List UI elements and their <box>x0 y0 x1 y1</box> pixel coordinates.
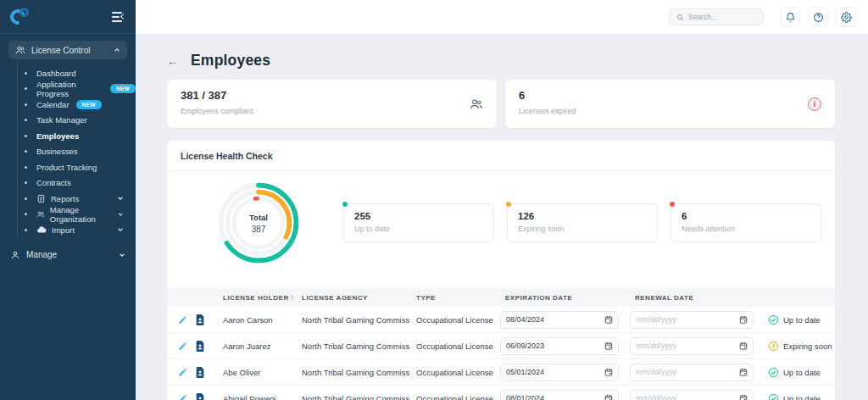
renewal-date-input[interactable] <box>636 368 712 376</box>
table-row: Aaron Carson North Tribal Gaming Commiss… <box>167 307 835 333</box>
license-holder-cell: Aaron Juarez <box>216 342 295 351</box>
sidebar-group-label: License Control <box>31 46 90 55</box>
page-content: ← Employees 381 / 387 Employees complian… <box>136 34 868 400</box>
search-input[interactable] <box>688 13 756 21</box>
edit-button[interactable] <box>178 368 187 377</box>
report-icon <box>36 194 46 203</box>
health-card-title: License Health Check <box>167 141 835 171</box>
sidebar-item-label: Dashboard <box>36 69 75 78</box>
status-cell: Up to date <box>764 393 835 400</box>
license-agency-cell: North Tribal Gaming Commission <box>295 315 409 325</box>
sidebar-section[interactable]: Import <box>18 222 136 238</box>
back-button[interactable]: ← <box>167 55 179 67</box>
expiration-date-field[interactable] <box>500 390 619 400</box>
license-agency-cell: North Tribal Gaming Commission <box>295 368 409 377</box>
pencil-icon <box>178 394 187 400</box>
column-header-renewal-date[interactable]: Renewal Date <box>628 294 764 302</box>
column-header-license-holder[interactable]: License Holder↑ <box>216 293 295 302</box>
renewal-date-field[interactable] <box>630 364 754 381</box>
calendar-icon[interactable] <box>739 315 748 324</box>
license-agency-cell: North Tribal Gaming Commission <box>295 394 409 400</box>
health-stat-card: 126 Expiring soon <box>507 203 658 242</box>
settings-button[interactable] <box>836 7 856 27</box>
summary-cards: 381 / 387 Employees compliant 6 Licenses… <box>167 80 835 128</box>
license-type-cell: Occupational License <box>409 368 498 377</box>
license-document-button[interactable] <box>195 393 205 400</box>
calendar-icon[interactable] <box>604 315 613 324</box>
column-header-expiration-date[interactable]: Expiration Date <box>498 294 628 302</box>
summary-label: Employees compliant <box>181 107 483 115</box>
edit-button[interactable] <box>178 342 187 351</box>
alert-icon: i <box>808 97 821 111</box>
sidebar-item[interactable]: Task Manager <box>18 113 136 129</box>
column-header-type[interactable]: Type <box>409 294 498 302</box>
column-header-license-agency[interactable]: License Agency <box>295 294 409 302</box>
sidebar-section-label: Manage Organization <box>50 205 114 224</box>
sidebar-item[interactable]: Dashboard <box>18 65 136 81</box>
expiration-date-field[interactable] <box>500 311 619 329</box>
calendar-icon[interactable] <box>604 394 613 400</box>
calendar-icon[interactable] <box>739 342 748 350</box>
calendar-icon[interactable] <box>739 394 748 400</box>
renewal-date-field[interactable] <box>630 311 754 329</box>
summary-card: 6 Licenses expired i <box>505 80 835 128</box>
page-title: Employees <box>191 52 270 69</box>
sidebar-subnav: Dashboard Application Progress NEW Calen… <box>17 63 136 238</box>
license-file-icon <box>195 393 205 400</box>
license-document-button[interactable] <box>195 367 205 378</box>
notifications-button[interactable] <box>780 7 800 27</box>
health-stat-card: 255 Up to date <box>343 203 494 242</box>
license-document-button[interactable] <box>195 341 205 352</box>
expiration-date-input[interactable] <box>506 315 582 324</box>
chevron-down-icon <box>117 226 124 233</box>
expiration-date-field[interactable] <box>500 364 619 381</box>
pencil-icon <box>178 368 187 377</box>
check-circle-icon <box>768 314 779 325</box>
sidebar-collapse-icon[interactable] <box>112 11 125 23</box>
license-document-button[interactable] <box>195 314 205 325</box>
expiration-date-input[interactable] <box>506 394 582 400</box>
expiration-date-field[interactable] <box>500 337 619 355</box>
license-type-cell: Occupational License <box>409 394 498 400</box>
renewal-date-field[interactable] <box>630 337 754 355</box>
expiration-date-input[interactable] <box>506 342 582 350</box>
renewal-date-input[interactable] <box>636 342 712 350</box>
chevron-down-icon <box>118 211 124 218</box>
expiration-date-input[interactable] <box>506 368 582 376</box>
sidebar-section[interactable]: Reports <box>18 191 136 207</box>
edit-button[interactable] <box>178 315 187 325</box>
sidebar-item[interactable]: Application Progress NEW <box>18 81 136 97</box>
status-label: Up to date <box>783 368 821 377</box>
status-label: Up to date <box>783 394 821 400</box>
calendar-icon[interactable] <box>604 342 613 350</box>
help-button[interactable] <box>808 7 828 27</box>
sidebar-item[interactable]: Employees <box>18 128 136 144</box>
table-row: Abe Oliver North Tribal Gaming Commissio… <box>167 359 835 386</box>
sidebar-item[interactable]: Businesses <box>18 144 136 160</box>
calendar-icon[interactable] <box>739 368 748 376</box>
renewal-date-input[interactable] <box>636 315 712 324</box>
license-holder-cell: Abe Oliver <box>216 368 295 377</box>
donut-total-value: 387 <box>252 225 266 234</box>
sidebar-item-label: Employees <box>36 131 79 141</box>
people-icon <box>36 209 45 219</box>
sidebar-item[interactable]: Calendar NEW <box>18 97 136 113</box>
sort-ascending-icon: ↑ <box>291 293 295 302</box>
renewal-date-field[interactable] <box>630 390 754 400</box>
sidebar-group-manage[interactable]: Manage <box>0 247 136 264</box>
status-label: Expiring soon <box>783 342 832 351</box>
sidebar-group-license-control[interactable]: License Control <box>8 41 127 59</box>
sidebar-section[interactable]: Manage Organization <box>18 207 136 223</box>
license-file-icon <box>195 341 205 352</box>
calendar-icon[interactable] <box>604 368 613 376</box>
status-cell: Expiring soon <box>764 341 835 352</box>
pencil-icon <box>178 315 187 325</box>
sidebar-item[interactable]: Contracts <box>18 175 136 192</box>
renewal-date-input[interactable] <box>636 394 712 400</box>
sidebar-section-label: Import <box>52 225 75 235</box>
license-type-cell: Occupational License <box>409 315 498 325</box>
edit-button[interactable] <box>178 394 187 400</box>
sidebar-item[interactable]: Product Tracking <box>18 159 136 175</box>
search-box[interactable] <box>669 8 764 25</box>
sidebar-item-label: Contracts <box>36 178 71 187</box>
